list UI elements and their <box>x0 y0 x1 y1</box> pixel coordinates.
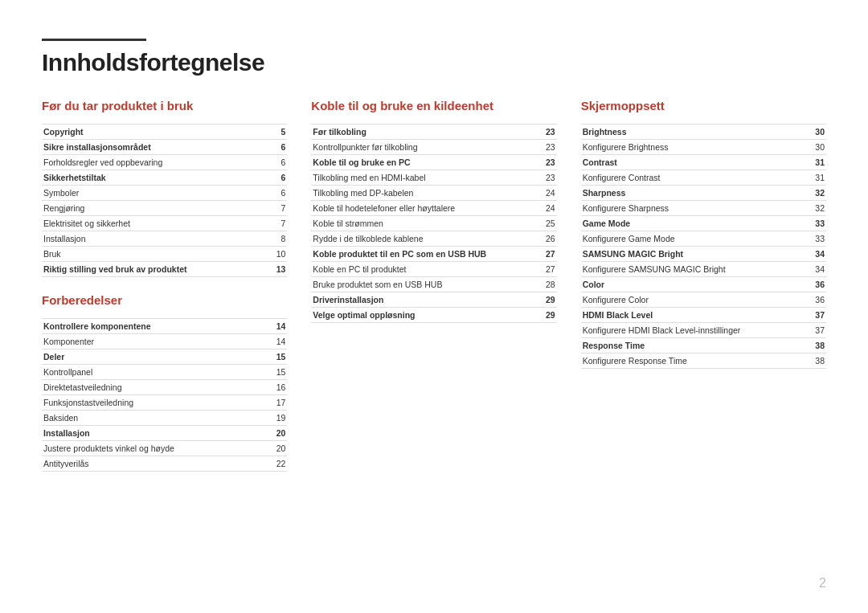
table-row: Sharpness32 <box>581 186 826 201</box>
toc-page-number: 5 <box>251 125 288 140</box>
table-row: Koble til og bruke en PC23 <box>311 155 556 170</box>
toc-page-number: 38 <box>789 338 826 353</box>
toc-label: Riktig stilling ved bruk av produktet <box>42 262 251 277</box>
toc-label: Direktetastveiledning <box>42 380 251 395</box>
table-row: SAMSUNG MAGIC Bright34 <box>581 247 826 262</box>
table-row: Game Mode33 <box>581 216 826 231</box>
toc-label: Konfigurere SAMSUNG MAGIC Bright <box>581 262 790 277</box>
toc-label: Koble produktet til en PC som en USB HUB <box>311 247 520 262</box>
toc-page-number: 37 <box>789 308 826 323</box>
table-row: Komponenter14 <box>42 334 287 349</box>
table-row: Elektrisitet og sikkerhet7 <box>42 216 287 231</box>
toc-page-number: 17 <box>251 395 288 411</box>
table-row: Koble til strømmen25 <box>311 216 556 231</box>
toc-label: Copyright <box>42 125 251 140</box>
toc-table-3-1-1: Brightness30Konfigurere Brightness30Cont… <box>581 124 826 369</box>
table-row: Rydde i de tilkoblede kablene26 <box>311 231 556 247</box>
section-heading-3-1: Skjermoppsett <box>581 99 826 116</box>
toc-table-1-2-1: Kontrollere komponentene14Komponenter14D… <box>42 318 287 472</box>
toc-label: Contrast <box>581 155 790 170</box>
toc-page-number: 6 <box>251 170 288 186</box>
toc-label: Koble en PC til produktet <box>311 262 520 277</box>
toc-label: Driverinstallasjon <box>311 292 520 308</box>
toc-page-number: 32 <box>789 186 826 201</box>
toc-page-number: 34 <box>789 247 826 262</box>
toc-page-number: 14 <box>251 334 288 349</box>
toc-label: Rydde i de tilkoblede kablene <box>311 231 520 247</box>
toc-label: Elektrisitet og sikkerhet <box>42 216 251 231</box>
table-row: Konfigurere HDMI Black Level-innstilling… <box>581 323 826 338</box>
table-row: Tilkobling med DP-kabelen24 <box>311 186 556 201</box>
toc-page-number: 24 <box>520 186 557 201</box>
toc-label: Bruk <box>42 247 251 262</box>
toc-page-number: 6 <box>251 140 288 155</box>
table-row: Rengjøring7 <box>42 201 287 216</box>
toc-page-number: 36 <box>789 277 826 292</box>
toc-label: Justere produktets vinkel og høyde <box>42 441 251 456</box>
toc-page-number: 26 <box>520 231 557 247</box>
table-row: Contrast31 <box>581 155 826 170</box>
toc-page-number: 32 <box>789 201 826 216</box>
toc-page-number: 23 <box>520 155 557 170</box>
toc-label: Konfigurere Brightness <box>581 140 790 155</box>
toc-page-number: 13 <box>251 262 288 277</box>
toc-label: Koble til strømmen <box>311 216 520 231</box>
toc-label: Baksiden <box>42 411 251 426</box>
toc-page-number: 14 <box>251 319 288 334</box>
toc-page-number: 29 <box>520 292 557 308</box>
title-bar <box>42 39 146 41</box>
toc-label: Velge optimal oppløsning <box>311 308 520 323</box>
table-row: Baksiden19 <box>42 411 287 426</box>
toc-label: Koble til hodetelefoner eller høyttalere <box>311 201 520 216</box>
toc-label: Installasjon <box>42 231 251 247</box>
toc-label: Installasjon <box>42 426 251 441</box>
table-row: Response Time38 <box>581 338 826 353</box>
table-row: Tilkobling med en HDMI-kabel23 <box>311 170 556 186</box>
toc-table-1-1-1: Copyright5Sikre installasjonsområdet6For… <box>42 124 287 277</box>
table-row: Antityverilås22 <box>42 456 287 472</box>
column-1: Før du tar produktet i brukCopyright5Sik… <box>42 99 311 488</box>
toc-page-number: 23 <box>520 140 557 155</box>
table-row: Bruke produktet som en USB HUB28 <box>311 277 556 292</box>
table-row: Velge optimal oppløsning29 <box>311 308 556 323</box>
toc-page-number: 22 <box>251 456 288 472</box>
table-row: Bruk10 <box>42 247 287 262</box>
section-heading-2-1: Koble til og bruke en kildeenhet <box>311 99 556 116</box>
table-row: Koble produktet til en PC som en USB HUB… <box>311 247 556 262</box>
table-row: Koble en PC til produktet27 <box>311 262 556 277</box>
toc-label: Komponenter <box>42 334 251 349</box>
toc-page-number: 16 <box>251 380 288 395</box>
toc-label: Sikkerhetstiltak <box>42 170 251 186</box>
table-row: Installasjon8 <box>42 231 287 247</box>
toc-label: Deler <box>42 349 251 365</box>
toc-page-number: 8 <box>251 231 288 247</box>
toc-page-number: 30 <box>789 140 826 155</box>
table-row: Riktig stilling ved bruk av produktet13 <box>42 262 287 277</box>
columns-container: Før du tar produktet i brukCopyright5Sik… <box>42 99 826 488</box>
table-row: Sikre installasjonsområdet6 <box>42 140 287 155</box>
toc-page-number: 15 <box>251 349 288 365</box>
table-row: Color36 <box>581 277 826 292</box>
toc-page-number: 37 <box>789 323 826 338</box>
toc-page-number: 7 <box>251 216 288 231</box>
toc-page-number: 25 <box>520 216 557 231</box>
table-row: Kontrollpunkter før tilkobling23 <box>311 140 556 155</box>
toc-label: Sharpness <box>581 186 790 201</box>
toc-page-number: 31 <box>789 170 826 186</box>
table-row: Kontrollpanel15 <box>42 365 287 380</box>
toc-label: Color <box>581 277 790 292</box>
table-row: Sikkerhetstiltak6 <box>42 170 287 186</box>
page-title: Innholdsfortegnelse <box>42 49 826 76</box>
toc-label: Bruke produktet som en USB HUB <box>311 277 520 292</box>
toc-label: Kontrollpanel <box>42 365 251 380</box>
toc-page-number: 23 <box>520 170 557 186</box>
toc-label: Brightness <box>581 125 790 140</box>
toc-table-2-1-1: Før tilkobling23Kontrollpunkter før tilk… <box>311 124 556 323</box>
toc-label: Antityverilås <box>42 456 251 472</box>
toc-page-number: 31 <box>789 155 826 170</box>
toc-page-number: 23 <box>520 125 557 140</box>
toc-label: HDMI Black Level <box>581 308 790 323</box>
table-row: Kontrollere komponentene14 <box>42 319 287 334</box>
toc-label: Kontrollpunkter før tilkobling <box>311 140 520 155</box>
toc-page-number: 36 <box>789 292 826 308</box>
